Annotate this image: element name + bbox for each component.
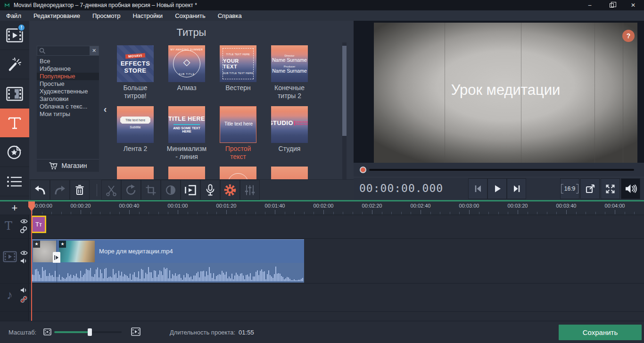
template-thumb-simple-text[interactable]: Title text here bbox=[220, 106, 256, 143]
grid-scrollbar[interactable] bbox=[342, 42, 347, 179]
transition-icon bbox=[6, 87, 23, 101]
seek-handle[interactable] bbox=[360, 167, 366, 173]
title-track-link-icon[interactable] bbox=[20, 226, 27, 234]
transition-marker[interactable] bbox=[53, 252, 60, 263]
ruler-label: 00:01:00 bbox=[168, 203, 188, 209]
template-thumb-diamond[interactable]: MY AMAZING SUMMER ◇ SUB TITLE bbox=[168, 45, 205, 82]
timeline-zoom-slider[interactable] bbox=[54, 331, 122, 333]
redo-icon bbox=[53, 184, 66, 196]
title-track-visibility-icon[interactable] bbox=[20, 218, 28, 224]
sidebar-item-transitions[interactable] bbox=[0, 79, 29, 109]
category-favorites[interactable]: Избранное bbox=[37, 65, 99, 73]
seek-bar[interactable] bbox=[369, 169, 634, 171]
category-all[interactable]: Все bbox=[37, 58, 99, 65]
aspect-ratio-button[interactable]: 16:9 bbox=[560, 178, 579, 199]
zoom-label: Масштаб: bbox=[8, 329, 36, 336]
ruler-label: 00:01:40 bbox=[265, 203, 285, 209]
playhead-line[interactable] bbox=[31, 201, 32, 321]
video-preview[interactable]: Урок медитации bbox=[374, 23, 637, 163]
row-divider bbox=[0, 238, 644, 239]
delete-button[interactable] bbox=[70, 180, 90, 200]
help-button[interactable]: ? bbox=[622, 30, 635, 42]
sidebar-item-filters[interactable] bbox=[0, 50, 29, 79]
search-input[interactable] bbox=[48, 47, 90, 55]
template-thumb-partial[interactable] bbox=[168, 167, 205, 179]
crop-button[interactable] bbox=[141, 180, 161, 200]
sidebar-item-stickers[interactable] bbox=[0, 138, 29, 167]
ruler-label: 00:02:00 bbox=[314, 203, 334, 209]
color-adjustments-button[interactable] bbox=[161, 180, 181, 200]
template-thumb-partial[interactable] bbox=[117, 167, 154, 179]
store-button[interactable]: Магазин bbox=[37, 159, 99, 172]
sidebar-item-titles[interactable] bbox=[0, 109, 29, 138]
close-button[interactable]: ✕ bbox=[622, 0, 644, 10]
template-thumb-partial[interactable] bbox=[271, 167, 308, 179]
audio-levels-button[interactable] bbox=[240, 180, 260, 200]
minimize-button[interactable]: – bbox=[579, 0, 601, 10]
audio-waveform[interactable] bbox=[32, 263, 304, 283]
audio-track-unlink-icon[interactable] bbox=[20, 295, 28, 303]
undo-button[interactable] bbox=[30, 180, 50, 200]
category-simple[interactable]: Простые bbox=[37, 80, 99, 88]
grid-scrollbar-thumb[interactable] bbox=[342, 46, 347, 136]
rotate-icon bbox=[125, 184, 137, 196]
template-thumb-studio[interactable]: STUDIO UNIMAGINABLE PRODUCTION bbox=[271, 106, 308, 143]
redo-button[interactable] bbox=[50, 180, 70, 200]
menu-view[interactable]: Просмотр bbox=[86, 10, 126, 21]
video-clip[interactable]: ★ ★ Море для медитации.mp4 bbox=[32, 239, 304, 263]
restore-button[interactable] bbox=[601, 0, 622, 10]
previous-frame-button[interactable] bbox=[468, 178, 487, 199]
sidebar-item-more-tools[interactable] bbox=[0, 167, 29, 196]
volume-button[interactable] bbox=[621, 178, 640, 199]
template-thumb-effects-store[interactable]: MOVAVI EFFECTS STORE bbox=[117, 45, 154, 82]
video-track-visibility-icon[interactable] bbox=[20, 250, 28, 256]
menu-settings[interactable]: Настройки bbox=[126, 10, 169, 21]
detach-preview-button[interactable] bbox=[580, 178, 600, 199]
gear-icon bbox=[223, 184, 237, 197]
fullscreen-icon bbox=[604, 183, 616, 195]
menu-save[interactable]: Сохранить bbox=[169, 10, 212, 21]
template-thumb-minimalism-line[interactable]: TITLE HERE AND SOME TEXT HERE bbox=[168, 106, 205, 143]
record-voice-button[interactable] bbox=[200, 180, 220, 200]
title-clip[interactable]: Tт bbox=[31, 216, 46, 233]
category-popular[interactable]: Популярные bbox=[37, 73, 99, 80]
audio-track-mute-icon[interactable] bbox=[20, 287, 27, 293]
rotate-button[interactable] bbox=[121, 180, 141, 200]
zoom-slider-handle[interactable] bbox=[88, 328, 92, 336]
save-button[interactable]: Сохранить bbox=[559, 325, 642, 340]
ruler-label: 00:03:20 bbox=[508, 203, 528, 209]
collapse-panel-arrow[interactable]: ‹ bbox=[101, 103, 109, 115]
panel-heading: Титры bbox=[29, 26, 354, 39]
menu-help[interactable]: Справка bbox=[212, 10, 248, 21]
movavi-logo-icon bbox=[4, 2, 10, 8]
sidebar: ! bbox=[0, 21, 29, 200]
category-artistic[interactable]: Художественные bbox=[37, 88, 99, 95]
template-thumb-end-credits[interactable]: Director Name Surname Producer Name Surn… bbox=[271, 45, 308, 82]
toolbar-separator bbox=[97, 184, 97, 196]
template-thumb-western[interactable]: TITLE TEXT HERE YOUR TEXT SUB TITLE TEXT… bbox=[220, 45, 256, 82]
clip-properties-button[interactable] bbox=[181, 180, 200, 200]
template-thumb-ribbon2[interactable]: Title text here Subtitle bbox=[117, 106, 154, 143]
ruler-label: 00:03:00 bbox=[459, 203, 479, 209]
category-headers[interactable]: Заголовки bbox=[37, 95, 99, 103]
next-frame-button[interactable] bbox=[507, 178, 526, 199]
timeline: + 00:00:00 00:00:20 00:00:40 00:01:00 00… bbox=[0, 201, 644, 321]
add-track-button[interactable]: + bbox=[0, 201, 29, 215]
timeline-ruler[interactable]: 00:00:00 00:00:20 00:00:40 00:01:00 00:0… bbox=[29, 201, 644, 215]
sidebar-item-media[interactable]: ! bbox=[0, 21, 29, 50]
category-my-titles[interactable]: Мои титры bbox=[37, 110, 99, 118]
menu-edit[interactable]: Редактирование bbox=[27, 10, 86, 21]
search-clear-button[interactable]: ✕ bbox=[90, 46, 99, 55]
template-thumb-partial[interactable] bbox=[220, 167, 256, 179]
play-button[interactable] bbox=[487, 178, 507, 199]
category-callouts[interactable]: Облачка с текс... bbox=[37, 103, 99, 110]
next-frame-icon bbox=[512, 184, 522, 194]
video-track-mute-icon[interactable] bbox=[20, 258, 27, 264]
split-button[interactable] bbox=[101, 180, 121, 200]
menu-file[interactable]: Файл bbox=[0, 10, 27, 21]
filmstrip-large-icon[interactable] bbox=[131, 327, 140, 336]
search-box[interactable]: ✕ bbox=[37, 46, 99, 56]
settings-gear-button[interactable] bbox=[220, 180, 240, 200]
template-label: Конечныетитры 2 bbox=[265, 84, 314, 100]
fullscreen-button[interactable] bbox=[601, 178, 620, 199]
